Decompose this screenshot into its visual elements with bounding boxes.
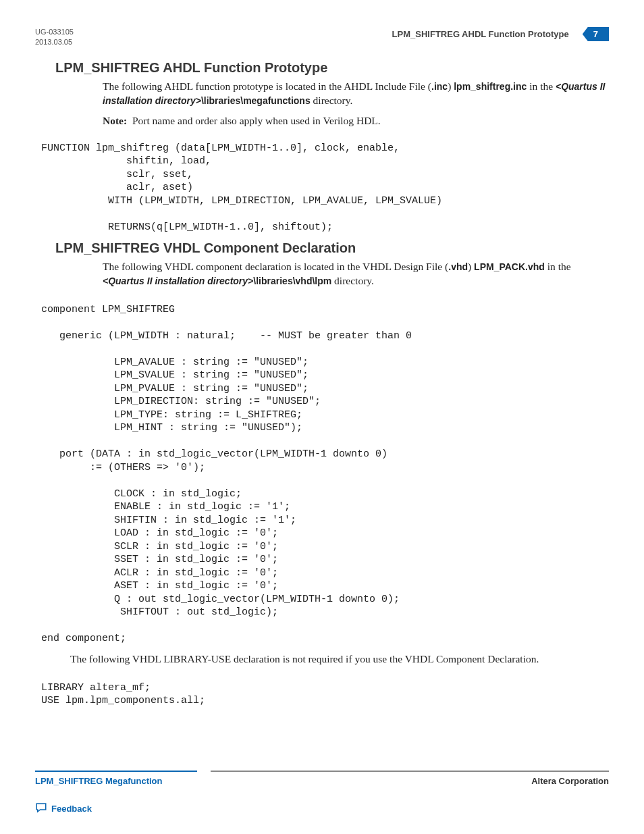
page-number: 7 — [583, 27, 609, 41]
section2-paragraph: The following VHDL component declaration… — [103, 260, 609, 288]
header-title-area: LPM_SHIFTREG AHDL Function Prototype 7 — [392, 27, 609, 41]
doc-id: UG-033105 — [35, 27, 74, 37]
footer-left: LPM_SHIFTREG Megafunction — [35, 776, 163, 786]
page-header: UG-033105 2013.03.05 LPM_SHIFTREG AHDL F… — [35, 27, 609, 48]
doc-date: 2013.03.05 — [35, 37, 74, 47]
running-title: LPM_SHIFTREG AHDL Function Prototype — [392, 29, 569, 39]
note-text: Port name and order also apply when used… — [132, 115, 381, 126]
section2-title: LPM_SHIFTREG VHDL Component Declaration — [55, 240, 609, 256]
header-meta: UG-033105 2013.03.05 — [35, 27, 74, 48]
section2-paragraph2: The following VHDL LIBRARY-USE declarati… — [70, 652, 609, 667]
section1-title: LPM_SHIFTREG AHDL Function Prototype — [55, 60, 609, 76]
footer-right: Altera Corporation — [531, 776, 609, 786]
page-footer: LPM_SHIFTREG Megafunction Altera Corpora… — [35, 765, 609, 815]
section1-code: FUNCTION lpm_shiftreg (data[LPM_WIDTH-1.… — [35, 142, 609, 234]
feedback-icon — [35, 802, 47, 815]
section1-note: Note: Port name and order also apply whe… — [103, 115, 609, 127]
note-label: Note: — [103, 115, 127, 126]
footer-rule — [35, 771, 609, 772]
section2-code: component LPM_SHIFTREG generic (LPM_WIDT… — [35, 303, 609, 646]
feedback-label: Feedback — [51, 804, 92, 814]
feedback-link[interactable]: Feedback — [35, 802, 609, 815]
section2-code2: LIBRARY altera_mf; USE lpm.lpm_component… — [35, 681, 609, 708]
section1-paragraph: The following AHDL function prototype is… — [103, 80, 609, 108]
page: UG-033105 2013.03.05 LPM_SHIFTREG AHDL F… — [0, 0, 644, 834]
